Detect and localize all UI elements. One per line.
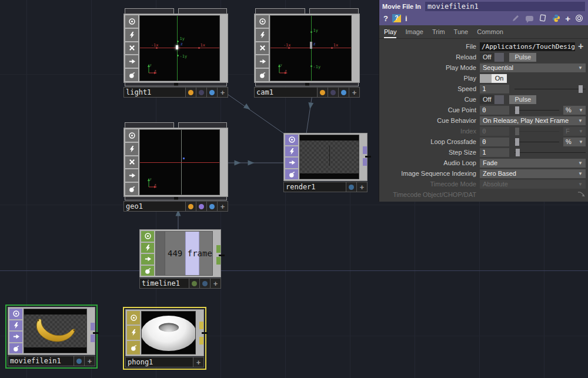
target-icon[interactable] [256,15,269,28]
bomb-icon[interactable] [285,169,298,180]
display-flag[interactable] [328,88,338,97]
arrow-icon[interactable] [285,158,298,168]
node-name[interactable]: timeline1 [140,279,189,288]
display-flag[interactable] [196,202,206,211]
bomb-icon[interactable] [141,266,154,276]
arrow-icon[interactable] [125,55,138,68]
target-icon[interactable] [285,135,298,145]
target-icon[interactable] [125,15,138,28]
node-viewport[interactable] [299,135,359,179]
output-connector[interactable] [91,323,95,330]
loopcrossfade-unit-dropdown[interactable]: %▼ [563,138,586,146]
node-timeline1[interactable]: 449 frame timeline1 + [139,229,221,289]
loopcrossfade-number-field[interactable]: 0 [480,138,509,146]
cue-pulse-button[interactable]: Pulse [509,95,536,104]
node-moviefilein1[interactable]: moviefilein1 + [8,307,95,366]
node-name[interactable]: phong1 [126,357,193,367]
close-icon[interactable] [125,42,138,55]
bomb-icon[interactable] [256,69,269,81]
audioloop-dropdown[interactable]: Fade▼ [480,159,586,168]
reload-toggle[interactable] [495,53,504,62]
display-flag[interactable] [199,279,210,288]
cuepoint-number-field[interactable]: 0 [480,106,509,115]
node-phong1[interactable]: phong1 + [125,309,204,367]
arrow-icon[interactable] [256,55,269,68]
cuepoint-unit-dropdown[interactable]: %▼ [563,106,586,115]
speed-slider-handle[interactable] [579,85,583,93]
node-plus-button[interactable]: + [217,202,228,211]
output-connector[interactable] [216,257,220,265]
playmode-dropdown[interactable]: Sequential▼ [480,63,586,72]
node-light1[interactable]: 1y -1y -1x 1x z y x light1 + [123,8,228,98]
node-render1[interactable]: render1 + [283,133,368,192]
file-add-icon[interactable]: + [578,42,583,51]
bottom-connectors[interactable] [125,197,227,200]
loopcrossfade-slider-handle[interactable] [515,138,519,146]
node-name[interactable]: moviefilein1 [8,356,74,366]
viewer-flag[interactable] [346,182,356,192]
node-name[interactable]: cam1 [255,88,317,97]
bottom-connectors[interactable] [255,83,359,86]
node-name[interactable]: render1 [284,182,346,192]
top-connectors[interactable] [254,8,360,14]
output-connector[interactable] [91,334,95,342]
lightning-icon[interactable] [141,243,154,253]
stepsize-slider[interactable] [514,148,586,157]
render-flag[interactable] [185,202,196,211]
tab-trim[interactable]: Trim [432,28,445,38]
node-viewport[interactable]: 1y -1y -1x 1x z y x [139,15,220,81]
pickable-flag[interactable] [206,202,217,211]
close-icon[interactable] [125,156,138,169]
speed-number-field[interactable]: 1 [480,85,509,93]
help-button[interactable]: ? [383,15,388,22]
node-plus-button[interactable]: + [193,357,203,367]
play-switch[interactable]: On [480,74,507,83]
arrow-icon[interactable] [141,254,154,265]
pickable-flag[interactable] [338,88,349,97]
node-cam1[interactable]: 1y -1y -1x 1x z y x cam1 + [254,8,360,98]
render-flag[interactable] [185,88,196,97]
target-icon[interactable] [9,309,22,319]
timeline-display[interactable]: 449 frame [155,231,213,276]
cuepoint-slider-handle[interactable] [515,106,519,114]
tab-common[interactable]: Common [477,28,503,38]
node-plus-button[interactable]: + [217,88,228,97]
output-connector[interactable] [363,158,367,166]
lightning-icon[interactable] [9,320,22,331]
lightning-icon[interactable] [127,326,140,339]
tab-image[interactable]: Image [405,28,423,38]
node-viewport[interactable] [141,311,196,354]
cuepoint-slider[interactable] [514,106,559,115]
top-connectors[interactable] [123,8,228,14]
cuebehavior-dropdown[interactable]: On Release, Play Next Frame▼ [480,116,586,125]
bomb-icon[interactable] [125,69,138,81]
arrow-icon[interactable] [9,332,22,342]
python-help-button[interactable]: ? [392,14,401,22]
display-flag[interactable] [196,88,206,97]
bomb-icon[interactable] [127,341,140,354]
edit-expression-icon[interactable] [511,14,520,23]
top-connectors[interactable] [123,122,228,128]
target-icon[interactable] [574,14,584,23]
node-viewport[interactable]: y x [139,129,220,195]
bottom-connectors[interactable] [125,83,227,86]
imageseq-dropdown[interactable]: Zero Based▼ [480,169,586,178]
target-icon[interactable] [125,129,138,142]
viewer-flag[interactable] [189,279,199,288]
viewer-flag[interactable] [74,356,84,366]
operator-name-field[interactable]: moviefilein1 [425,2,585,11]
stepsize-slider-handle[interactable] [516,149,520,156]
bomb-icon[interactable] [125,183,138,195]
file-path-field[interactable]: /Applications/TouchDesign [480,42,575,51]
cue-toggle[interactable] [495,95,504,104]
output-connector[interactable] [216,245,220,253]
target-icon[interactable] [127,311,140,325]
stepsize-number-field[interactable]: 1 [480,148,509,157]
node-geo1[interactable]: y x geo1 + [123,122,228,212]
tab-tune[interactable]: Tune [454,28,469,38]
tab-play[interactable]: Play [384,28,396,38]
close-icon[interactable] [256,42,269,55]
node-name[interactable]: geo1 [124,202,185,211]
python-icon[interactable] [552,14,561,23]
arrow-icon[interactable] [125,169,138,182]
